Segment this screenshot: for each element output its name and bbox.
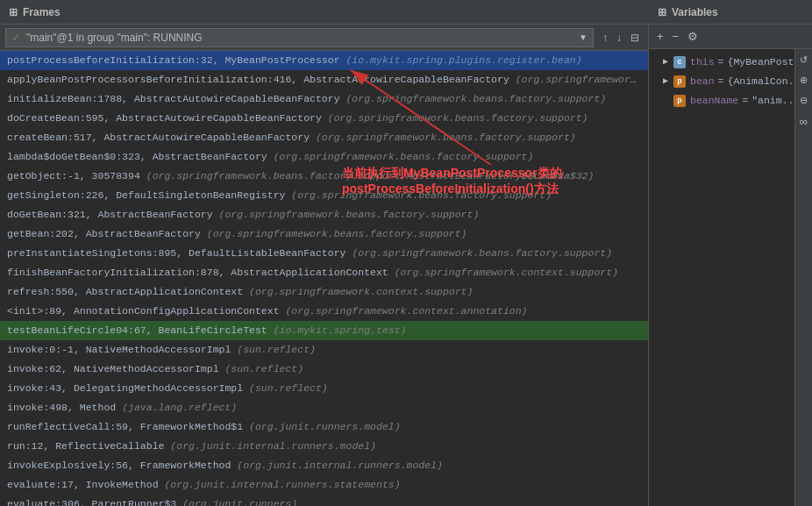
vars-icon1-btn[interactable]: ↺	[797, 53, 810, 68]
variable-item[interactable]: ▶cthis={MyBeanPost...	[649, 53, 794, 72]
up-button[interactable]: ↑	[599, 30, 611, 46]
stack-frame-item[interactable]: getObject:-1, 30578394 (org.springframew…	[0, 167, 648, 186]
stack-frame-item[interactable]: testBeanLifeCircle04:67, BeanLifeCircleT…	[0, 321, 648, 340]
var-type-icon: p	[673, 75, 686, 88]
stack-frame-item[interactable]: getSingleton:226, DefaultSingletonBeanRe…	[0, 186, 648, 205]
vars-side-icons: ↺ ⊕ ⊖ ∞	[794, 49, 812, 506]
stack-frame-item[interactable]: postProcessBeforeInitialization:32, MyBe…	[0, 51, 648, 70]
thread-controls: ↑ ↓ ⊟	[599, 30, 643, 46]
stack-frame-item[interactable]: invoke:43, DelegatingMethodAccessorImpl …	[0, 379, 648, 398]
stack-frame-item[interactable]: run:12, ReflectiveCallable (org.junit.in…	[0, 437, 648, 456]
var-value: {AnimalCon...	[728, 74, 794, 89]
variables-list: ▶cthis={MyBeanPost...▶pbean={AnimalCon..…	[649, 49, 794, 506]
var-equals: =	[718, 74, 724, 89]
stack-frame-item[interactable]: preInstantiateSingletons:895, DefaultLis…	[0, 244, 648, 263]
var-type-icon: p	[673, 95, 686, 107]
dropdown-arrow-icon: ▼	[579, 32, 588, 42]
thread-check-icon: ✓	[11, 31, 21, 44]
stack-frame-item[interactable]: invoke:62, NativeMethodAccessorImpl (sun…	[0, 360, 648, 379]
var-name: this	[690, 54, 715, 70]
var-expand-icon[interactable]: ▶	[663, 54, 673, 70]
stack-frame-item[interactable]: invokeExplosively:56, FrameworkMethod (o…	[0, 456, 648, 475]
frames-panel-title: ⊞ Frames	[0, 0, 649, 25]
stack-frame-item[interactable]: getBean:202, AbstractBeanFactory (org.sp…	[0, 224, 648, 244]
stack-frame-item[interactable]: evaluate:306, ParentRunner$3 (org.junit.…	[0, 495, 648, 506]
stack-frame-item[interactable]: finishBeanFactoryInitialization:878, Abs…	[0, 263, 648, 282]
var-equals: =	[718, 54, 724, 70]
variables-panel: + − ⚙ ▶cthis={MyBeanPost...▶pbean={Anima…	[649, 25, 812, 506]
variables-toolbar: + − ⚙	[649, 25, 812, 49]
var-type-icon: c	[673, 56, 686, 68]
vars-infinity-btn[interactable]: ∞	[797, 113, 810, 130]
stack-frame-item[interactable]: doCreateBean:595, AbstractAutowireCapabl…	[0, 109, 648, 128]
variable-item[interactable]: ▶pbean={AnimalCon...	[649, 72, 794, 91]
variable-item[interactable]: pbeanName="anim...	[649, 91, 794, 110]
vars-icon3-btn[interactable]: ⊖	[797, 93, 810, 108]
thread-dropdown[interactable]: ✓ "main"@1 in group "main": RUNNING ▼	[5, 28, 594, 47]
var-equals: =	[742, 93, 748, 109]
thread-selector: ✓ "main"@1 in group "main": RUNNING ▼ ↑ …	[0, 25, 648, 51]
variables-panel-title: ⊞ Variables	[649, 0, 812, 25]
vars-add-btn[interactable]: +	[654, 28, 666, 45]
stack-frame-item[interactable]: evaluate:17, InvokeMethod (org.junit.int…	[0, 475, 648, 495]
thread-label: "main"@1 in group "main": RUNNING	[26, 32, 575, 44]
vars-settings-btn[interactable]: ⚙	[685, 28, 701, 45]
stack-frame-item[interactable]: invoke:0:-1, NativeMethodAccessorImpl (s…	[0, 340, 648, 360]
down-button[interactable]: ↓	[613, 30, 625, 46]
stack-frame-item[interactable]: createBean:517, AbstractAutowireCapableB…	[0, 128, 648, 147]
stack-list[interactable]: postProcessBeforeInitialization:32, MyBe…	[0, 51, 648, 506]
var-value: "anim...	[751, 93, 794, 109]
stack-frame-item[interactable]: lambda$doGetBean$0:323, AbstractBeanFact…	[0, 147, 648, 167]
vars-icon2-btn[interactable]: ⊕	[797, 73, 810, 88]
stack-frame-item[interactable]: <init>:89, AnnotationConfigApplicationCo…	[0, 302, 648, 321]
stack-frame-item[interactable]: refresh:550, AbstractApplicationContext …	[0, 282, 648, 302]
var-value: {MyBeanPost...	[728, 54, 794, 70]
var-name: beanName	[690, 93, 738, 109]
stack-frame-item[interactable]: invoke:498, Method (java.lang.reflect)	[0, 398, 648, 417]
stack-frame-item[interactable]: doGetBean:321, AbstractBeanFactory (org.…	[0, 205, 648, 224]
stack-frame-item[interactable]: applyBeanPostProcessorsBeforeInitializat…	[0, 70, 648, 89]
var-name: bean	[690, 74, 715, 89]
stack-frame-item[interactable]: runReflectiveCall:59, FrameworkMethod$1 …	[0, 417, 648, 437]
frames-panel: ✓ "main"@1 in group "main": RUNNING ▼ ↑ …	[0, 25, 649, 506]
vars-remove-btn[interactable]: −	[670, 28, 682, 45]
stack-frame-item[interactable]: initializeBean:1788, AbstractAutowireCap…	[0, 89, 648, 109]
filter-button[interactable]: ⊟	[627, 30, 643, 46]
var-expand-icon[interactable]: ▶	[663, 74, 673, 89]
frames-area: postProcessBeforeInitialization:32, MyBe…	[0, 51, 648, 506]
